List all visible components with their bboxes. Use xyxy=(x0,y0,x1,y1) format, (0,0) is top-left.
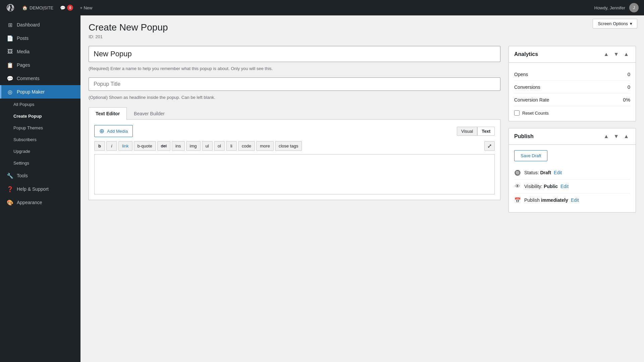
publish-collapse-up-button[interactable]: ▲ xyxy=(602,133,610,140)
wp-logo-icon[interactable] xyxy=(5,3,15,13)
content-area: Screen Options ▾ Create New Popup ID: 20… xyxy=(80,15,644,362)
sidebar-item-label: Appearance xyxy=(17,200,42,205)
link-label: link xyxy=(122,143,129,148)
format-more-button[interactable]: more xyxy=(256,141,274,151)
visibility-edit-label: Edit xyxy=(560,184,569,189)
avatar-initial: J xyxy=(633,5,635,10)
form-main: (Required) Enter a name to help you reme… xyxy=(89,46,500,219)
sidebar-item-media[interactable]: 🖼 Media xyxy=(0,45,80,58)
publish-panel-body: Save Draft 🔘 Status: Draft Edit xyxy=(509,145,636,212)
analytics-collapse-up-button[interactable]: ▲ xyxy=(602,51,610,58)
user-avatar[interactable]: J xyxy=(629,3,639,12)
save-draft-label: Save Draft xyxy=(521,153,541,158)
publish-time-icon: 📅 xyxy=(514,197,521,203)
sidebar-item-posts[interactable]: 📄 Posts xyxy=(0,32,80,45)
publish-collapse-down-button[interactable]: ▼ xyxy=(612,133,620,140)
analytics-conversions-value: 0 xyxy=(628,84,630,90)
analytics-opens-label: Opens xyxy=(514,72,528,77)
sidebar-item-tools[interactable]: 🔧 Tools xyxy=(0,169,80,182)
analytics-collapse-down-button[interactable]: ▼ xyxy=(612,51,620,58)
sidebar-item-upgrade[interactable]: Upgrade xyxy=(0,145,80,157)
add-media-button[interactable]: ⊕ Add Media xyxy=(94,125,133,137)
comments-link[interactable]: 💬 0 xyxy=(60,5,73,11)
help-icon: ❓ xyxy=(7,186,13,192)
sidebar-item-label: Create Popup xyxy=(13,114,42,119)
visibility-icon: 👁 xyxy=(514,183,521,190)
format-ol-button[interactable]: ol xyxy=(214,141,225,151)
ol-label: ol xyxy=(218,143,221,148)
howdy-text: Howdy, Jennifer xyxy=(594,5,625,10)
sidebar-item-label: Posts xyxy=(17,36,29,41)
reset-counts-checkbox[interactable] xyxy=(514,110,520,116)
publish-time-edit-link[interactable]: Edit xyxy=(571,197,579,203)
sidebar-item-dashboard[interactable]: ⊞ Dashboard xyxy=(0,18,80,32)
sidebar-item-pages[interactable]: 📋 Pages xyxy=(0,58,80,72)
publish-time-edit-label: Edit xyxy=(571,197,579,203)
analytics-close-button[interactable]: ▲ xyxy=(622,51,630,58)
sidebar-item-settings[interactable]: Settings xyxy=(0,157,80,169)
status-value: Draft xyxy=(540,170,551,175)
format-li-button[interactable]: li xyxy=(226,141,237,151)
screen-options-label: Screen Options xyxy=(598,21,628,26)
expand-editor-button[interactable]: ⤢ xyxy=(484,141,495,151)
new-link[interactable]: + New xyxy=(80,5,92,10)
sidebar-item-comments[interactable]: 💬 Comments xyxy=(0,72,80,85)
format-bquote-button[interactable]: b-quote xyxy=(134,141,156,151)
format-bold-button[interactable]: b xyxy=(94,141,105,151)
format-close-tags-button[interactable]: close tags xyxy=(275,141,302,151)
reset-counts-row: Reset Counts xyxy=(514,106,630,116)
tab-beaver-builder[interactable]: Beaver Builder xyxy=(127,107,172,120)
editor-body[interactable] xyxy=(94,154,495,194)
format-italic-button[interactable]: i xyxy=(106,141,117,151)
sidebar-item-label: Settings xyxy=(13,161,29,166)
posts-icon: 📄 xyxy=(7,35,13,42)
publish-status-text: Status: Draft Edit xyxy=(524,170,630,175)
analytics-panel-body: Opens 0 Conversions 0 Conversion Rate 0% xyxy=(509,63,636,121)
popup-name-input[interactable] xyxy=(89,46,500,62)
format-link-button[interactable]: link xyxy=(118,141,132,151)
editor-toolbar-top: ⊕ Add Media Visual Text xyxy=(94,125,495,137)
text-label: Text xyxy=(482,129,490,134)
publish-time-label: Publish xyxy=(524,197,540,203)
format-code-button[interactable]: code xyxy=(238,141,255,151)
visual-text-toggle: Visual Text xyxy=(457,127,495,136)
popup-maker-icon: ◎ xyxy=(7,88,13,95)
site-name-link[interactable]: 🏠 DEMO|SITE xyxy=(22,5,53,10)
format-ul-button[interactable]: ul xyxy=(202,141,213,151)
form-sidebar: Analytics ▲ ▼ ▲ Opens 0 Conve xyxy=(508,46,636,219)
add-media-label: Add Media xyxy=(107,129,128,134)
sidebar-item-label: Comments xyxy=(17,76,40,81)
text-button[interactable]: Text xyxy=(477,127,495,136)
add-media-icon: ⊕ xyxy=(99,127,104,135)
publish-visibility-row: 👁 Visibility: Public Edit xyxy=(514,180,630,193)
screen-options-button[interactable]: Screen Options ▾ xyxy=(593,19,637,28)
tools-icon: 🔧 xyxy=(7,172,13,179)
sidebar-item-subscribers[interactable]: Subscribers xyxy=(0,134,80,145)
save-draft-button[interactable]: Save Draft xyxy=(514,150,547,161)
visual-button[interactable]: Visual xyxy=(457,127,477,136)
sidebar-item-label: All Popups xyxy=(13,102,34,107)
sidebar-item-popup-maker[interactable]: ◎ Popup Maker xyxy=(0,85,80,99)
sidebar-item-label: Media xyxy=(17,49,30,54)
sidebar-item-label: Tools xyxy=(17,173,28,178)
format-del-button[interactable]: del xyxy=(157,141,170,151)
sidebar-item-create-popup[interactable]: Create Popup xyxy=(0,110,80,122)
visibility-edit-link[interactable]: Edit xyxy=(560,184,569,189)
sidebar-item-appearance[interactable]: 🎨 Appearance xyxy=(0,196,80,209)
publish-panel-controls: ▲ ▼ ▲ xyxy=(602,133,630,140)
more-label: more xyxy=(260,143,270,148)
format-img-button[interactable]: img xyxy=(186,141,201,151)
sidebar-item-popup-themes[interactable]: Popup Themes xyxy=(0,122,80,134)
publish-close-button[interactable]: ▲ xyxy=(622,133,630,140)
analytics-conversion-rate-label: Conversion Rate xyxy=(514,97,549,103)
popup-title-input[interactable] xyxy=(89,77,500,91)
popup-title-hint: (Optional) Shown as headline inside the … xyxy=(89,94,500,101)
admin-bar-right: Howdy, Jennifer J xyxy=(594,3,639,12)
sidebar-item-help-support[interactable]: ❓ Help & Support xyxy=(0,182,80,196)
comments-count: 0 xyxy=(67,5,73,11)
li-label: li xyxy=(230,143,232,148)
sidebar-item-all-popups[interactable]: All Popups xyxy=(0,99,80,110)
tab-text-editor[interactable]: Text Editor xyxy=(89,107,127,120)
format-ins-button[interactable]: ins xyxy=(172,141,185,151)
status-edit-link[interactable]: Edit xyxy=(554,170,562,175)
